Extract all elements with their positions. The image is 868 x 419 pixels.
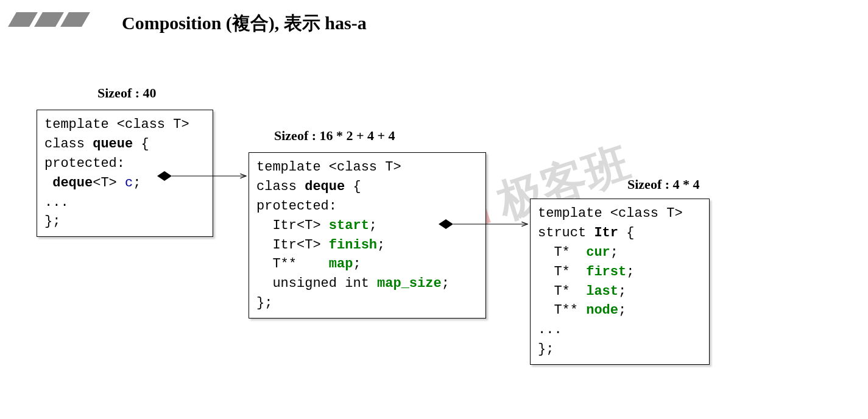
code-box-deque: template <class T> class deque { protect… (249, 152, 486, 319)
sizeof-queue: Sizeof : 40 (97, 85, 157, 101)
code-box-itr: template <class T> struct Itr { T* cur; … (530, 199, 710, 365)
sizeof-deque: Sizeof : 16 * 2 + 4 + 4 (274, 128, 395, 144)
sizeof-itr: Sizeof : 4 * 4 (627, 177, 700, 192)
decorative-stripes (12, 12, 86, 27)
code-box-queue: template <class T> class queue { protect… (37, 110, 213, 237)
page-title: Composition (複合), 表示 has-a (122, 11, 367, 36)
